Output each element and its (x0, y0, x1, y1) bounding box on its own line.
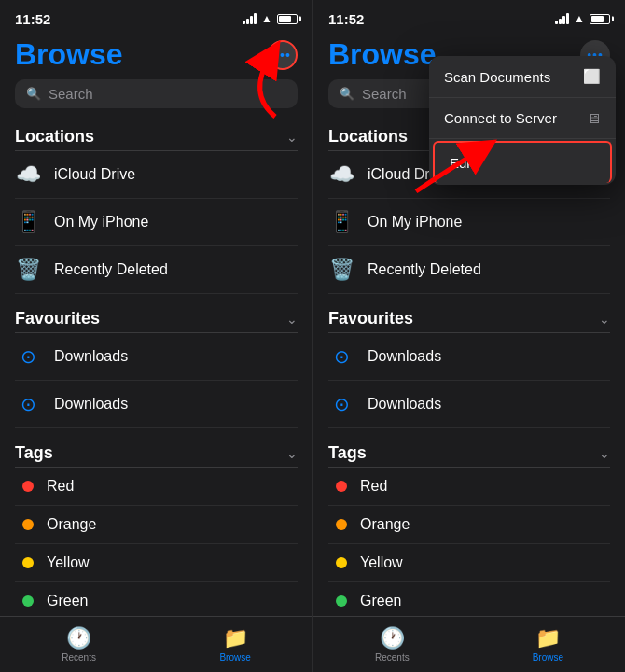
green-label-right: Green (360, 593, 401, 609)
locations-section-left: Locations ⌄ ☁️ iCloud Drive 📱 On My iPho… (0, 119, 312, 294)
search-icon-right: 🔍 (340, 87, 354, 101)
download-2-icon-left: ⊙ (15, 391, 41, 417)
tags-chevron-right: ⌄ (599, 446, 610, 461)
recents-label-left: Recents (62, 652, 96, 663)
green-label-left: Green (47, 593, 88, 609)
tags-title-right: Tags (328, 443, 367, 463)
wifi-icon: ▲ (261, 12, 272, 25)
tab-recents-left[interactable]: 🕐 Recents (62, 626, 96, 663)
yellow-dot-right (336, 557, 347, 568)
trash-icon-right: 🗑️ (328, 257, 354, 283)
browse-icon-left: 📁 (223, 626, 248, 651)
red-label-right: Red (360, 478, 387, 495)
onmyiphone-label-left: On My iPhone (54, 214, 148, 231)
tab-browse-left[interactable]: 📁 Browse (219, 626, 250, 663)
icloud-item-left[interactable]: ☁️ iCloud Drive (15, 151, 298, 199)
downloads-2-item-right[interactable]: ⊙ Downloads (328, 381, 610, 428)
phone-icon-right: 📱 (328, 209, 354, 235)
favourites-header-left: Favourites ⌄ (15, 301, 298, 333)
tag-green-left[interactable]: Green (15, 582, 298, 621)
tag-orange-left[interactable]: Orange (15, 506, 298, 544)
favourites-section-left: Favourites ⌄ ⊙ Downloads ⊙ Downloads (0, 301, 312, 428)
recently-deleted-label-left: Recently Deleted (54, 261, 168, 278)
dropdown-edit[interactable]: Edit (433, 141, 612, 183)
connect-server-label: Connect to Server (444, 110, 557, 126)
battery-icon-right (590, 14, 610, 24)
tag-red-right[interactable]: Red (328, 468, 610, 506)
locations-title-right: Locations (328, 127, 408, 147)
green-dot-right (336, 595, 347, 607)
search-bar-left[interactable]: 🔍 Search (15, 79, 298, 108)
tab-recents-right[interactable]: 🕐 Recents (375, 626, 410, 663)
yellow-label-right: Yellow (360, 554, 403, 571)
content-right: Locations ⌄ ☁️ iCloud Drive 📱 On My iPho… (313, 119, 625, 672)
more-dots-icon: ••• (274, 48, 291, 63)
downloads-1-label-left: Downloads (54, 348, 128, 365)
download-1-icon-right: ⊙ (328, 343, 354, 370)
downloads-1-item-left[interactable]: ⊙ Downloads (15, 333, 298, 381)
recently-deleted-item-right[interactable]: 🗑️ Recently Deleted (328, 246, 610, 294)
phone-icon-left: 📱 (15, 209, 41, 235)
tag-green-right[interactable]: Green (328, 582, 610, 621)
status-icons-left: ▲ (243, 12, 298, 25)
header-left: Browse ••• (0, 34, 312, 79)
battery-icon (277, 14, 298, 24)
status-time-right: 11:52 (328, 11, 364, 27)
tag-yellow-right[interactable]: Yellow (328, 544, 610, 582)
status-bar-right: 11:52 ▲ (313, 0, 625, 34)
edit-label: Edit (450, 155, 474, 171)
tag-yellow-left[interactable]: Yellow (15, 544, 298, 582)
download-1-icon-left: ⊙ (15, 343, 41, 370)
favourites-section-right: Favourites ⌄ ⊙ Downloads ⊙ Downloads (313, 301, 625, 428)
tags-title-left: Tags (15, 443, 53, 463)
downloads-1-item-right[interactable]: ⊙ Downloads (328, 333, 610, 381)
tags-chevron-left: ⌄ (286, 446, 298, 461)
download-2-icon-right: ⊙ (328, 391, 354, 417)
onmyiphone-item-right[interactable]: 📱 On My iPhone (328, 199, 610, 246)
locations-title-left: Locations (15, 127, 94, 147)
recents-icon-left: 🕐 (66, 626, 91, 651)
more-button-left[interactable]: ••• (268, 40, 298, 70)
tags-header-left: Tags ⌄ (15, 436, 298, 468)
recents-icon-right: 🕐 (380, 626, 405, 651)
dropdown-scan-documents[interactable]: Scan Documents ⬜ (429, 56, 616, 98)
status-time-left: 11:52 (15, 11, 50, 27)
orange-dot-right (336, 519, 347, 530)
dropdown-connect-server[interactable]: Connect to Server 🖥 (429, 98, 616, 139)
panel-left: 11:52 ▲ Browse ••• (0, 0, 312, 672)
icloud-icon-right: ☁️ (328, 161, 354, 188)
tags-header-right: Tags ⌄ (328, 436, 610, 468)
dropdown-menu: Scan Documents ⬜ Connect to Server 🖥 Edi… (429, 56, 616, 185)
signal-icon (243, 13, 257, 24)
wifi-icon-right: ▲ (574, 12, 585, 25)
recents-label-right: Recents (375, 652, 410, 663)
status-icons-right: ▲ (555, 12, 610, 25)
browse-icon-right: 📁 (535, 626, 561, 651)
browse-title-left: Browse (15, 37, 123, 72)
scan-icon: ⬜ (583, 68, 601, 85)
downloads-2-label-left: Downloads (54, 396, 128, 413)
locations-chevron-left: ⌄ (286, 130, 298, 145)
status-bar-left: 11:52 ▲ (0, 0, 312, 34)
signal-icon-right (555, 13, 569, 24)
tab-browse-right[interactable]: 📁 Browse (533, 626, 563, 663)
search-placeholder-left: Search (49, 86, 93, 102)
browse-title-right: Browse (328, 37, 437, 72)
icloud-label-left: iCloud Drive (54, 166, 135, 183)
green-dot-left (22, 595, 34, 607)
tag-red-left[interactable]: Red (15, 468, 298, 506)
search-icon-left: 🔍 (26, 87, 41, 101)
scan-documents-label: Scan Documents (444, 69, 550, 85)
tag-orange-right[interactable]: Orange (328, 506, 610, 544)
recently-deleted-label-right: Recently Deleted (368, 261, 481, 278)
favourites-chevron-left: ⌄ (286, 312, 298, 327)
favourites-chevron-right: ⌄ (599, 312, 610, 327)
tab-bar-left: 🕐 Recents 📁 Browse (0, 616, 312, 672)
icloud-icon-left: ☁️ (15, 161, 41, 188)
onmyiphone-item-left[interactable]: 📱 On My iPhone (15, 199, 298, 246)
downloads-2-item-left[interactable]: ⊙ Downloads (15, 381, 298, 428)
yellow-label-left: Yellow (47, 554, 90, 571)
onmyiphone-label-right: On My iPhone (368, 214, 462, 231)
recently-deleted-item-left[interactable]: 🗑️ Recently Deleted (15, 246, 298, 294)
red-dot-left (22, 481, 34, 492)
